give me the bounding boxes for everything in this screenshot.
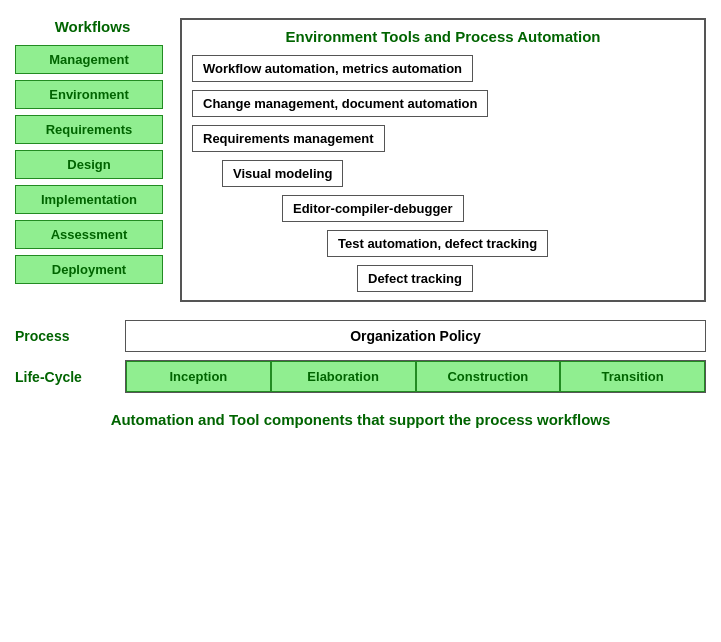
workflow-requirements[interactable]: Requirements xyxy=(15,115,163,144)
tool-row-assessment: Test automation, defect tracking xyxy=(192,230,694,257)
tool-row-deployment: Defect tracking xyxy=(192,265,694,292)
tool-environment: Change management, document automation xyxy=(192,90,488,117)
tool-assessment: Test automation, defect tracking xyxy=(327,230,548,257)
org-policy-box: Organization Policy xyxy=(125,320,706,352)
lifecycle-construction[interactable]: Construction xyxy=(416,361,561,392)
bottom-section: Process Organization Policy Life-Cycle I… xyxy=(15,320,706,393)
tool-row-implementation: Editor-compiler-debugger xyxy=(192,195,694,222)
footer-text: Automation and Tool components that supp… xyxy=(15,409,706,430)
tool-implementation: Editor-compiler-debugger xyxy=(282,195,464,222)
process-label: Process xyxy=(15,328,115,344)
tool-design: Visual modeling xyxy=(222,160,343,187)
tool-row-design: Visual modeling xyxy=(192,160,694,187)
lifecycle-cells: Inception Elaboration Construction Trans… xyxy=(125,360,706,393)
lifecycle-transition[interactable]: Transition xyxy=(560,361,705,392)
workflows-column: Workflows Management Environment Require… xyxy=(15,18,170,302)
workflow-assessment[interactable]: Assessment xyxy=(15,220,163,249)
workflow-environment[interactable]: Environment xyxy=(15,80,163,109)
tool-management: Workflow automation, metrics automation xyxy=(192,55,473,82)
tool-deployment: Defect tracking xyxy=(357,265,473,292)
top-section: Workflows Management Environment Require… xyxy=(15,18,706,302)
tools-column: Environment Tools and Process Automation… xyxy=(180,18,706,302)
tool-row-requirements: Requirements management xyxy=(192,125,694,152)
tool-row-management: Workflow automation, metrics automation xyxy=(192,55,694,82)
process-row: Process Organization Policy xyxy=(15,320,706,352)
lifecycle-row: Life-Cycle Inception Elaboration Constru… xyxy=(15,360,706,393)
workflow-management[interactable]: Management xyxy=(15,45,163,74)
tools-header: Environment Tools and Process Automation xyxy=(192,28,694,45)
tool-row-environment: Change management, document automation xyxy=(192,90,694,117)
workflows-title: Workflows xyxy=(15,18,170,35)
lifecycle-inception[interactable]: Inception xyxy=(126,361,271,392)
workflow-implementation[interactable]: Implementation xyxy=(15,185,163,214)
workflow-design[interactable]: Design xyxy=(15,150,163,179)
tool-requirements: Requirements management xyxy=(192,125,385,152)
workflow-deployment[interactable]: Deployment xyxy=(15,255,163,284)
lifecycle-elaboration[interactable]: Elaboration xyxy=(271,361,416,392)
lifecycle-label: Life-Cycle xyxy=(15,369,115,385)
